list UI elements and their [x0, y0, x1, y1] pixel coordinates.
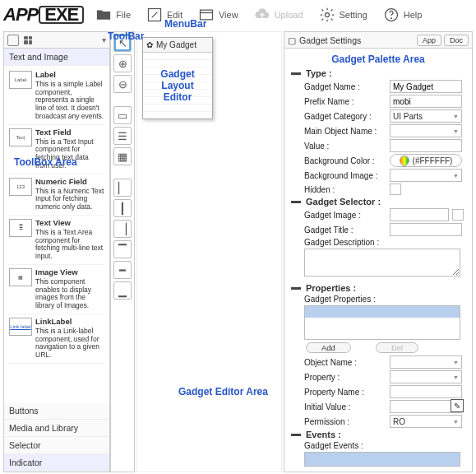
align-right-icon: ▕ — [118, 223, 127, 235]
tool-rect[interactable]: ▭ — [113, 106, 132, 124]
gadget-canvas[interactable]: ✿ My Gadget Gadget Layout Editor — [142, 37, 213, 119]
gadget-image-browse[interactable] — [452, 209, 464, 221]
toolbox-bottom-categories: Buttons Media and Library Selector Indic… — [4, 402, 109, 472]
label-icon: Label — [9, 71, 32, 89]
textarea-gadget-description[interactable] — [304, 249, 460, 276]
color-drop-icon — [397, 154, 411, 168]
cloud-upload-icon — [253, 6, 271, 24]
label-gadget-properties: Gadget Properties : — [304, 295, 376, 304]
toolbox-item-textview[interactable]: ≣Text ViewThis is a Text Area component … — [7, 216, 106, 265]
tool-align-left[interactable]: ▏ — [113, 179, 132, 197]
tool-pointer[interactable]: ↖ — [113, 34, 132, 52]
stack-icon: ☰ — [118, 130, 127, 142]
rect-icon: ▭ — [118, 109, 127, 122]
header-app-button[interactable]: App — [417, 35, 441, 46]
gadget-events-table[interactable] — [304, 452, 460, 467]
window-icon — [197, 6, 215, 24]
toolbox-item-numeric[interactable]: 123Numeric FieldThis is a Numeric Text I… — [7, 174, 106, 216]
tool-align-center[interactable]: ┃ — [113, 199, 132, 217]
textfield-icon: Tex| — [9, 128, 32, 146]
label-property: Property : — [304, 373, 386, 382]
menubar: APPEXE File Edit View Upload Setting Hel… — [0, 0, 476, 30]
select-bgimage[interactable]: ▼ — [390, 169, 462, 182]
input-value[interactable] — [390, 139, 462, 152]
label-initial-value: Initial Value : — [304, 402, 386, 411]
label-value: Value : — [304, 142, 386, 151]
tool-align-bottom[interactable]: ▁ — [113, 281, 132, 300]
tool-align-middle[interactable]: ━ — [113, 261, 132, 279]
toolbox-cat-selector[interactable]: Selector — [4, 437, 109, 454]
header-doc-button[interactable]: Doc — [444, 35, 469, 46]
input-gadget-title[interactable] — [390, 223, 462, 236]
edit-initial-icon[interactable]: ✎ — [451, 399, 464, 412]
menu-setting[interactable]: Setting — [313, 6, 372, 24]
colorpicker-bg[interactable]: (#FFFFFF) — [390, 154, 462, 167]
toolbox-cat-buttons[interactable]: Buttons — [4, 402, 109, 420]
section-events: Events : — [291, 430, 465, 439]
add-button[interactable]: Add — [306, 342, 351, 353]
toolbox-item-linklabel[interactable]: Link labelLinkLabelThis is a Link-label … — [7, 314, 106, 364]
gadget-properties-table[interactable] — [304, 305, 460, 340]
label-gadget-name: Gadget Name : — [304, 82, 386, 91]
tool-zoom-in[interactable]: ⊕ — [113, 54, 132, 72]
label-category: Gadget Category : — [304, 112, 386, 121]
label-gadget-description: Gadget Description : — [304, 238, 379, 247]
svg-point-2 — [325, 13, 329, 17]
gear-icon: ✿ — [146, 40, 153, 49]
settings-header: ▢ Gadget Settings App Doc — [284, 32, 472, 49]
menu-view[interactable]: View — [192, 6, 243, 24]
textview-icon: ≣ — [9, 219, 32, 237]
zoom-out-icon: ⊖ — [118, 78, 127, 91]
toolbox-cat-media[interactable]: Media and Library — [4, 420, 109, 437]
del-button[interactable]: Del — [376, 342, 418, 353]
select-category[interactable]: UI Parts▼ — [390, 109, 462, 123]
chevron-down-icon[interactable]: ▾ — [102, 35, 106, 44]
toolbox-item-label[interactable]: LabelLabelThis is a simple Label compone… — [7, 67, 106, 125]
menu-edit[interactable]: Edit — [141, 6, 187, 24]
toolbox-list-icon[interactable] — [7, 35, 19, 46]
annotation-layout-editor: Gadget Layout Editor — [143, 53, 212, 118]
select-property[interactable]: ▼ — [390, 370, 462, 383]
tool-stack[interactable]: ☰ — [113, 127, 132, 145]
select-permission[interactable]: RO▼ — [390, 415, 462, 428]
app-logo: APPEXE — [3, 4, 85, 26]
linklabel-icon: Link label — [9, 318, 32, 336]
tool-grid[interactable]: ▦ — [113, 147, 132, 165]
label-gadget-events: Gadget Events : — [304, 441, 363, 450]
align-center-icon: ┃ — [119, 202, 126, 215]
toolbox-grid-icon[interactable] — [22, 35, 34, 46]
label-bgimage: Background Image : — [304, 171, 386, 180]
numeric-icon: 123 — [9, 178, 32, 196]
gadget-editor[interactable]: ✿ My Gadget Gadget Layout Editor Gadget … — [136, 31, 282, 472]
label-permission: Permission : — [304, 417, 386, 426]
input-prefix[interactable] — [390, 95, 462, 108]
toolbox-category-open[interactable]: Text and Image — [4, 49, 109, 66]
input-gadget-name[interactable] — [390, 80, 462, 93]
tool-zoom-out[interactable]: ⊖ — [113, 75, 132, 93]
input-gadget-image[interactable] — [390, 208, 449, 221]
pencil-icon — [146, 6, 164, 24]
toolbox-item-imageview[interactable]: ▩Image ViewThis component enables to dis… — [7, 265, 106, 314]
label-bgcolor: Background Color : — [304, 156, 386, 165]
settings-panel-title: Gadget Settings — [299, 35, 361, 45]
section-selector: Gadget Selector : — [291, 197, 465, 207]
gadget-settings-panel: ▢ Gadget Settings App Doc Gadget Palette… — [284, 31, 473, 472]
zoom-in-icon: ⊕ — [118, 58, 127, 70]
tool-align-top[interactable]: ▔ — [113, 240, 132, 258]
toolbox-cat-indicator[interactable]: Indicator — [4, 454, 109, 472]
tool-align-right[interactable]: ▕ — [113, 220, 132, 238]
align-left-icon: ▏ — [118, 182, 127, 194]
select-main-object[interactable]: ▼ — [390, 124, 462, 137]
settings-panel-icon: ▢ — [288, 35, 296, 45]
checkbox-hidden[interactable] — [390, 184, 401, 195]
select-object-name[interactable]: ▼ — [390, 356, 462, 369]
label-gadget-title: Gadget Title : — [304, 225, 386, 235]
align-top-icon: ▔ — [118, 244, 127, 256]
toolbox-header: ▾ — [4, 32, 109, 49]
toolbox-items: LabelLabelThis is a simple Label compone… — [4, 66, 109, 402]
toolbox-item-textfield[interactable]: Tex|Text FieldThis is a Text Input compo… — [7, 125, 106, 174]
input-property-name[interactable] — [390, 385, 462, 398]
label-main-object: Main Object Name : — [304, 127, 386, 136]
menu-file[interactable]: File — [90, 6, 136, 24]
menu-help[interactable]: Help — [377, 6, 427, 24]
